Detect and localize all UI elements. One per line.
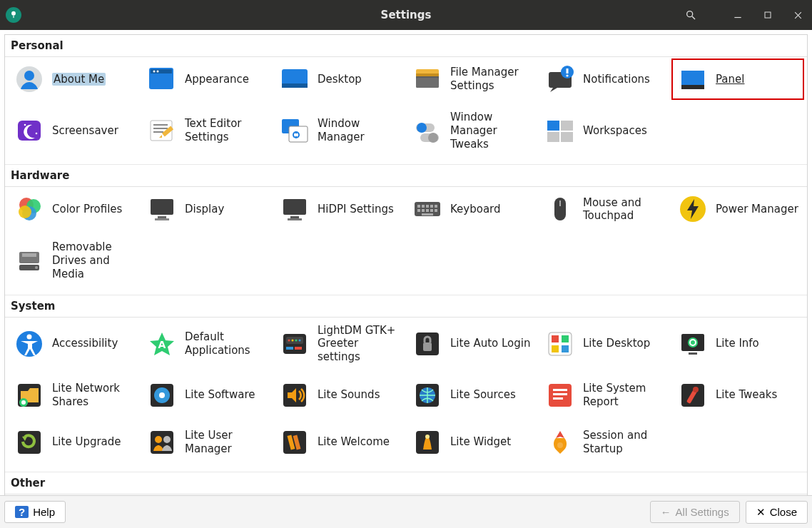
settings-item-label: Accessibility	[52, 337, 118, 350]
settings-item-workspaces[interactable]: Workspaces	[539, 106, 671, 156]
svg-rect-56	[283, 199, 306, 215]
color-icon	[14, 193, 45, 225]
settings-item-label: Lite Info	[716, 337, 759, 350]
lite-software-icon	[146, 380, 178, 411]
svg-rect-57	[290, 216, 299, 218]
appearance-icon	[146, 64, 178, 95]
svg-marker-129	[556, 431, 564, 438]
auto-login-icon	[412, 328, 443, 360]
settings-item-lite-sources[interactable]: Lite Sources	[406, 375, 539, 416]
settings-item-lite-sounds[interactable]: Lite Sounds	[273, 375, 406, 416]
svg-rect-1	[13, 16, 14, 18]
settings-item-file-manager-settings[interactable]: File Manager Settings	[406, 59, 539, 100]
settings-item-accessibility[interactable]: Accessibility	[8, 319, 141, 369]
settings-item-about-me[interactable]: About Me	[8, 59, 141, 100]
settings-item-label: Lite Desktop	[583, 337, 650, 350]
settings-item-lite-info[interactable]: Lite Info	[671, 319, 804, 369]
titlebar: Settings	[0, 0, 812, 30]
lite-desktop-icon	[544, 328, 576, 360]
tweaks-icon	[677, 380, 709, 411]
svg-point-86	[292, 339, 294, 341]
help-label: Help	[33, 506, 55, 518]
svg-point-13	[157, 71, 159, 73]
close-button[interactable]	[789, 6, 806, 24]
desktop-icon	[279, 64, 310, 95]
settings-item-label: File Manager Settings	[450, 66, 533, 93]
settings-item-text-editor-settings[interactable]: Text Editor Settings	[141, 106, 273, 156]
settings-item-default-apps[interactable]: ADefault Applications	[141, 319, 273, 369]
svg-rect-101	[689, 352, 697, 355]
settings-item-lite-upgrade[interactable]: Lite Upgrade	[8, 422, 141, 463]
settings-item-label: LightDM GTK+ Greeter settings	[318, 324, 400, 364]
svg-point-44	[428, 133, 438, 143]
settings-item-appearance[interactable]: Appearance	[141, 59, 273, 100]
section-header-hardware: Hardware	[5, 165, 807, 187]
settings-item-label: Window Manager	[318, 117, 400, 144]
settings-item-lightdm-greeter[interactable]: LightDM GTK+ Greeter settings	[273, 319, 406, 369]
welcome-icon	[279, 427, 310, 458]
help-button[interactable]: ? Help	[4, 501, 66, 523]
svg-rect-63	[430, 205, 433, 208]
svg-point-0	[11, 11, 16, 16]
window-manager-icon	[279, 115, 310, 146]
settings-item-window-manager[interactable]: Window Manager	[273, 106, 406, 156]
settings-item-power-manager[interactable]: Power Manager	[671, 188, 804, 230]
settings-item-lite-welcome[interactable]: Lite Welcome	[273, 422, 406, 463]
svg-point-42	[417, 123, 427, 133]
maximize-button[interactable]	[759, 6, 776, 24]
settings-item-hidpi-settings[interactable]: HiDPI Settings	[273, 188, 406, 230]
settings-item-removable-media[interactable]: Removable Drives and Media	[8, 235, 141, 285]
lite-sounds-icon	[279, 380, 310, 411]
svg-point-104	[21, 400, 26, 405]
settings-item-display[interactable]: Display	[141, 188, 273, 230]
settings-item-label: Screensaver	[52, 124, 118, 138]
settings-item-screensaver[interactable]: Screensaver	[8, 106, 141, 156]
settings-item-lite-user-manager[interactable]: Lite User Manager	[141, 422, 273, 463]
settings-item-panel[interactable]: Panel	[671, 59, 804, 100]
settings-item-label: Lite Software	[185, 388, 255, 402]
settings-item-lite-network-shares[interactable]: Lite Network Shares	[8, 375, 141, 416]
svg-rect-53	[151, 199, 173, 215]
svg-rect-24	[681, 71, 704, 85]
settings-panel: PersonalAbout MeAppearanceDesktopFile Ma…	[4, 34, 808, 495]
settings-item-mouse-touchpad[interactable]: Mouse and Touchpad	[539, 188, 671, 230]
settings-item-label: Session and Startup	[583, 429, 666, 456]
svg-rect-60	[417, 205, 420, 208]
svg-point-23	[566, 74, 568, 76]
settings-item-lite-widget[interactable]: Lite Widget	[406, 422, 539, 463]
svg-rect-69	[435, 209, 437, 212]
settings-item-lite-auto-login[interactable]: Lite Auto Login	[406, 319, 539, 369]
lite-info-icon	[677, 328, 709, 360]
svg-rect-65	[417, 209, 420, 212]
minimize-button[interactable]	[729, 6, 746, 24]
settings-item-notifications[interactable]: Notifications	[539, 59, 671, 100]
settings-item-lite-system-report[interactable]: Lite System Report	[539, 375, 671, 416]
svg-text:A: A	[158, 339, 166, 350]
svg-rect-68	[430, 209, 433, 212]
svg-point-85	[288, 339, 290, 341]
settings-item-keyboard[interactable]: Keyboard	[406, 188, 539, 230]
close-window-button[interactable]: ✕ Close	[746, 501, 808, 524]
svg-rect-15	[282, 83, 308, 88]
settings-item-label: Window Manager Tweaks	[450, 111, 533, 151]
section-grid-hardware: Color ProfilesDisplayHiDPI SettingsKeybo…	[5, 187, 807, 295]
settings-item-label: Appearance	[185, 73, 249, 86]
settings-item-color-profiles[interactable]: Color Profiles	[8, 188, 141, 230]
settings-item-lite-tweaks[interactable]: Lite Tweaks	[671, 375, 804, 416]
svg-rect-58	[288, 218, 302, 220]
settings-item-lite-software[interactable]: Lite Software	[141, 375, 273, 416]
section-header-system: System	[5, 295, 807, 318]
settings-item-session-startup[interactable]: Session and Startup	[539, 422, 671, 463]
svg-rect-92	[423, 342, 432, 351]
svg-rect-76	[22, 253, 36, 257]
svg-point-118	[693, 387, 699, 392]
settings-item-lite-desktop[interactable]: Lite Desktop	[539, 319, 671, 369]
all-settings-button: ← All Settings	[650, 501, 740, 523]
wm-tweaks-icon	[412, 115, 443, 146]
svg-rect-66	[422, 209, 425, 212]
settings-item-desktop[interactable]: Desktop	[273, 59, 406, 100]
search-icon[interactable]	[682, 6, 699, 24]
settings-item-window-manager-tweaks[interactable]: Window Manager Tweaks	[406, 106, 539, 156]
svg-rect-18	[416, 73, 439, 76]
settings-item-label: Removable Drives and Media	[52, 240, 135, 280]
